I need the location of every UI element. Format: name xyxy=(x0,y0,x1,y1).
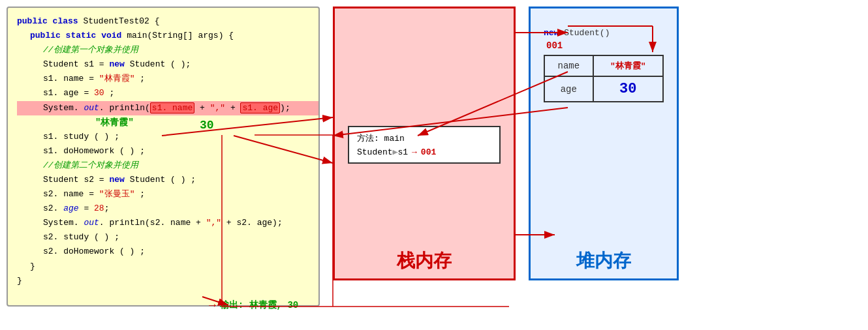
main-container: public class StudentTest02 { public stat… xyxy=(0,0,868,330)
stack-panel: 方法: main Student▶s1 → 001 栈内存 xyxy=(333,7,516,280)
close-method: } xyxy=(30,260,309,274)
keyword-public: public xyxy=(17,16,53,26)
heap-object-header: new Student() xyxy=(544,28,664,38)
println2: System. out. println(s2. name + "," + s2… xyxy=(43,216,309,230)
class-name: StudentTest02 { xyxy=(83,16,159,26)
code-panel: public class StudentTest02 { public stat… xyxy=(7,7,320,307)
stack-var-arrow: → xyxy=(412,147,417,157)
stack-method-name: 方法: main xyxy=(357,132,491,144)
heap-row-name: name "林青霞" xyxy=(544,55,663,76)
comment1: //创建第一个对象并使用 xyxy=(43,43,309,57)
heap-field-name-label: name xyxy=(544,55,593,76)
println1-line: System. out. println(s1. name + "," + s1… xyxy=(17,101,318,115)
inline-name-val: "林青霞" xyxy=(95,115,134,131)
code-line-method: public static void main(String[] args) { xyxy=(30,29,309,43)
stack-var-value: 001 xyxy=(421,147,436,157)
s1-study: s1. study ( ) ; xyxy=(43,130,309,144)
heap-field-age-value: 30 xyxy=(593,76,663,102)
stack-label: 栈内存 xyxy=(335,248,514,273)
stack-method-box: 方法: main Student▶s1 → 001 xyxy=(348,126,501,164)
s1-create: Student s1 = new Student ( ); xyxy=(43,57,309,72)
close-class: } xyxy=(17,274,309,288)
s2-study: s2. study ( ) ; xyxy=(43,230,309,245)
heap-row-age: age 30 xyxy=(544,76,663,102)
inline-output: "林青霞" 30 xyxy=(95,115,309,130)
s2-age: s2. age = 28; xyxy=(43,202,309,216)
s2-hw: s2. doHomework ( ) ; xyxy=(43,245,309,259)
s1-hw: s1. doHomework ( ) ; xyxy=(43,144,309,158)
s1-age: s1. age = 30 ; xyxy=(43,86,309,100)
heap-label: 堆内存 xyxy=(531,248,677,273)
comment2: //创建第二个对象并使用 xyxy=(43,158,309,173)
output-arrow-icon: → xyxy=(209,299,216,312)
s2-create: Student s2 = new Student ( ) ; xyxy=(43,173,309,187)
output-text: 输出: 林青霞, 30 xyxy=(220,299,298,311)
heap-panel: new Student() 001 name "林青霞" age 30 堆内存 xyxy=(529,7,679,280)
keyword-static: static xyxy=(66,31,102,40)
inline-age-val: 30 xyxy=(200,115,214,136)
stack-var-line: Student▶s1 → 001 xyxy=(357,147,491,157)
method-sig: main(String[] args) { xyxy=(127,31,234,40)
s2-name: s2. name = "张曼玉" ; xyxy=(43,187,309,202)
stack-var-name: Student▶s1 xyxy=(357,147,408,157)
heap-field-age-label: age xyxy=(544,76,593,102)
heap-class-name: Student() xyxy=(564,28,610,38)
keyword-public2: public xyxy=(30,31,66,40)
heap-object: new Student() 001 name "林青霞" age 30 xyxy=(544,28,664,102)
code-line-class: public class StudentTest02 { xyxy=(17,14,309,29)
heap-address: 001 xyxy=(546,40,664,51)
heap-field-name-value: "林青霞" xyxy=(593,55,663,76)
keyword-class: class xyxy=(53,16,84,26)
keyword-void: void xyxy=(101,31,127,40)
heap-new-kw: new xyxy=(544,28,564,38)
heap-table: name "林青霞" age 30 xyxy=(544,55,664,102)
output-line: → 输出: 林青霞, 30 xyxy=(209,299,298,312)
s1-name: s1. name = "林青霞" ; xyxy=(43,72,309,86)
